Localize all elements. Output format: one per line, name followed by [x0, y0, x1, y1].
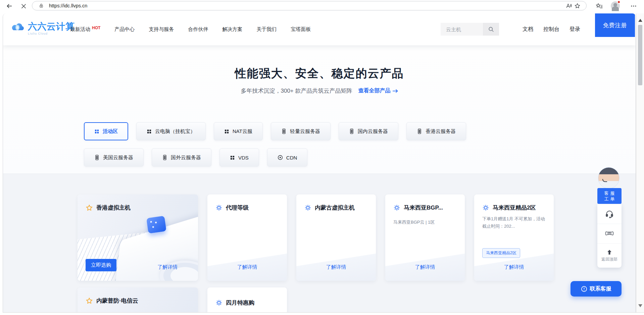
lock-icon[interactable]: [37, 1, 46, 10]
back-to-top-label: 返回顶部: [601, 257, 617, 262]
tab-cdn[interactable]: CDN: [267, 148, 308, 167]
server-icon: [349, 128, 354, 134]
scrollbar-thumb[interactable]: [638, 25, 642, 85]
grid-icon: [224, 129, 229, 134]
gear-icon: [393, 204, 400, 211]
card-title: 四月特惠购: [226, 299, 254, 307]
tab-overseas-cloud-server[interactable]: 国外云服务器: [152, 148, 211, 167]
card-title: 香港虚拟主机: [96, 204, 131, 212]
gear-icon: [304, 204, 311, 211]
tab-nat-cloud[interactable]: NAT云服: [214, 122, 263, 140]
nav-item-support[interactable]: 支持与服务: [149, 26, 174, 33]
header-quick-links: 文档 控制台 登录: [523, 13, 580, 45]
scroll-up-arrow[interactable]: [636, 17, 644, 24]
nav-item-products[interactable]: 产品中心: [114, 26, 135, 33]
card-title: 内蒙古虚拟主机: [315, 204, 355, 212]
tab-domestic-cloud-server[interactable]: 国内云服务器: [339, 122, 398, 140]
customer-service-button[interactable]: [597, 204, 622, 224]
stop-button[interactable]: [19, 1, 28, 11]
docs-link[interactable]: 文档: [523, 26, 533, 33]
tab-us-cloud-server[interactable]: 美国云服务器: [84, 148, 144, 167]
favorites-list-icon: [596, 3, 603, 9]
blue-cube-illustration: [146, 216, 166, 233]
product-card-neimeng-telecom-cloud[interactable]: 内蒙普防·电信云: [78, 287, 198, 312]
product-card-agent-level[interactable]: 代理等级 了解详情: [207, 194, 287, 281]
browser-profile-avatar[interactable]: [611, 1, 620, 10]
settings-more-button[interactable]: [629, 1, 638, 11]
details-link[interactable]: 了解详情: [296, 264, 376, 270]
details-link[interactable]: 了解详情: [474, 264, 554, 270]
hero-subtitle: 多年技术沉淀，300+ 款产品共筑云产品矩阵: [241, 87, 352, 95]
details-link[interactable]: 了解详情: [207, 264, 287, 270]
read-aloud-icon[interactable]: [564, 1, 573, 10]
server-icon: [94, 154, 100, 161]
card-title: 内蒙普防·电信云: [96, 297, 138, 305]
nav-item-bt-panel[interactable]: 宝塔面板: [291, 26, 311, 33]
product-card-april-sale[interactable]: 四月特惠购: [207, 287, 287, 312]
products-section: 香港虚拟主机 立即选购 了解详情 代理等级 了解详情: [3, 174, 636, 312]
web-page: 六六云计算 Liuliu Cloud 最新活动HOT 产品中心 支持与服务 合作…: [3, 13, 636, 312]
cloud-logo-icon: [11, 21, 25, 33]
hero-title: 性能强大、安全、稳定的云产品: [3, 45, 636, 80]
main-nav: 最新活动HOT 产品中心 支持与服务 合作伙伴 解决方案 关于我们 宝塔面板: [70, 13, 311, 45]
support-agent-avatar[interactable]: [598, 167, 620, 189]
service-ticket-tag[interactable]: 客服 工单: [597, 188, 622, 204]
tab-cloud-pc[interactable]: 云电脑（挂机宝）: [136, 122, 206, 140]
buy-now-button[interactable]: 立即选购: [86, 259, 116, 271]
back-arrow-icon: [6, 3, 13, 9]
search-input[interactable]: [441, 23, 483, 36]
star-icon: [86, 297, 93, 305]
tab-hongkong-cloud-server[interactable]: 香港云服务器: [406, 122, 466, 140]
tab-activity-zone[interactable]: 活动区: [84, 122, 128, 140]
logo-title: 六六云计算: [28, 21, 75, 32]
server-icon: [281, 128, 287, 134]
tab-vds[interactable]: VDS: [219, 148, 259, 167]
site-logo[interactable]: 六六云计算 Liuliu Cloud: [11, 21, 75, 35]
work-order-button[interactable]: [597, 224, 622, 244]
product-card-neimenggu-virtual-host[interactable]: 内蒙古虚拟主机 了解详情: [296, 194, 376, 281]
window-bottom-edge: [3, 312, 644, 315]
product-category-tabs: 活动区 云电脑（挂机宝） NAT云服 轻量云服务器: [84, 122, 466, 167]
card-title: 马来西亚BGP...: [404, 204, 443, 212]
header-search: [441, 23, 499, 36]
nav-item-about[interactable]: 关于我们: [256, 26, 277, 33]
contact-support-label: 联系客服: [590, 285, 611, 292]
hero-section: 性能强大、安全、稳定的云产品 多年技术沉淀，300+ 款产品共筑云产品矩阵 查看…: [3, 45, 636, 174]
search-icon: [488, 27, 494, 32]
favorite-star-icon[interactable]: [573, 1, 582, 10]
details-link[interactable]: 了解详情: [385, 264, 465, 270]
gear-icon: [482, 204, 489, 211]
product-card-malaysia-premium2[interactable]: 马来西亚精品2区 下单1月赠送1月 不可累加，活动截止时间：202... 马来西…: [474, 194, 554, 281]
card-title: 马来西亚精品2区: [493, 204, 536, 212]
product-card-hk-virtual-host[interactable]: 香港虚拟主机 立即选购 了解详情: [78, 194, 198, 281]
ellipsis-icon: [631, 3, 637, 9]
tab-light-cloud-server[interactable]: 轻量云服务器: [271, 122, 331, 140]
scroll-down-arrow[interactable]: [636, 302, 644, 309]
back-to-top-button[interactable]: 返回顶部: [597, 244, 622, 268]
nav-item-latest-activity[interactable]: 最新活动HOT: [70, 26, 100, 33]
login-link[interactable]: 登录: [569, 26, 580, 33]
register-button[interactable]: 免费注册: [595, 13, 635, 37]
contact-support-button[interactable]: 联系客服: [571, 281, 622, 297]
server-icon: [417, 128, 422, 134]
nav-item-solutions[interactable]: 解决方案: [222, 26, 242, 33]
up-arrow-icon: [607, 250, 612, 255]
product-card-malaysia-bgp[interactable]: 马来西亚BGP... 马来西亚BGP云 | 1区 了解详情: [385, 194, 465, 281]
info-circle-icon: [581, 286, 587, 292]
favorites-bar-button[interactable]: [595, 1, 604, 11]
view-all-products-link[interactable]: 查看全部产品: [358, 87, 398, 94]
details-link[interactable]: 了解详情: [157, 264, 178, 270]
headset-icon: [605, 210, 614, 218]
site-header: 六六云计算 Liuliu Cloud 最新活动HOT 产品中心 支持与服务 合作…: [3, 13, 636, 45]
address-bar[interactable]: https://idc.llvps.cn: [32, 1, 587, 10]
vertical-scrollbar[interactable]: [636, 13, 644, 315]
console-link[interactable]: 控制台: [543, 26, 559, 33]
url-text[interactable]: https://idc.llvps.cn: [49, 3, 564, 8]
search-button[interactable]: [483, 23, 499, 36]
card-description: 下单1月赠送1月 不可累加，活动截止时间：202...: [482, 215, 546, 230]
close-icon: [21, 4, 26, 9]
card-promo-tag[interactable]: 马来西亚精品2区: [482, 248, 520, 258]
back-button[interactable]: [5, 1, 14, 11]
nav-item-partners[interactable]: 合作伙伴: [188, 26, 208, 33]
ticket-icon: [605, 230, 614, 238]
